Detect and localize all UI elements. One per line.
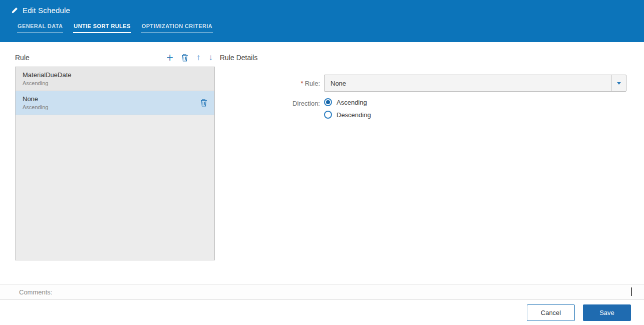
rule-item-direction: Ascending <box>23 104 199 110</box>
rule-dropdown[interactable]: None <box>324 75 626 92</box>
arrow-up-icon: ↑ <box>196 53 201 63</box>
required-asterisk: * <box>301 80 303 87</box>
rule-item-name: MaterialDueDate <box>23 71 208 79</box>
rule-list-item-selected[interactable]: None Ascending <box>16 91 214 115</box>
rule-item-text: None Ascending <box>23 95 199 110</box>
delete-rule-button[interactable] <box>181 54 188 62</box>
page-title: Edit Schedule <box>23 6 70 15</box>
chevron-down-icon <box>617 82 621 85</box>
rule-label: *Rule: <box>220 80 324 87</box>
move-down-button[interactable]: ↓ <box>209 53 213 63</box>
radio-ascending-circle <box>324 98 332 106</box>
footer-bar: Cancel Save <box>0 299 644 325</box>
direction-radio-group: Ascending Descending <box>324 98 371 119</box>
rule-list-item[interactable]: MaterialDueDate Ascending <box>16 67 214 91</box>
chevron-up-icon <box>631 287 632 296</box>
main-content: Rule + ↑ <box>0 42 644 284</box>
title-row: Edit Schedule <box>11 6 644 15</box>
rule-item-direction: Ascending <box>23 80 208 86</box>
rule-label-text: Rule: <box>305 80 320 87</box>
comments-collapse-button[interactable] <box>629 286 634 298</box>
arrow-down-icon: ↓ <box>209 53 213 63</box>
rule-details-panel: Rule Details *Rule: None Direction: <box>220 52 631 125</box>
radio-ascending[interactable]: Ascending <box>324 98 371 106</box>
save-button[interactable]: Save <box>583 304 631 321</box>
cancel-button[interactable]: Cancel <box>527 304 575 321</box>
rule-list: MaterialDueDate Ascending None Ascending <box>15 67 215 260</box>
radio-descending[interactable]: Descending <box>324 111 371 119</box>
item-delete-button[interactable] <box>199 99 208 107</box>
rule-details-form: *Rule: None Direction: Ascending <box>220 75 631 119</box>
radio-descending-label: Descending <box>337 111 371 119</box>
tab-bar: GENERAL DATA UNTIE SORT RULES OPTIMIZATI… <box>17 23 644 33</box>
direction-row: Direction: Ascending Descending <box>220 98 631 119</box>
radio-descending-circle <box>324 111 332 119</box>
rule-details-title: Rule Details <box>220 52 631 64</box>
radio-ascending-label: Ascending <box>337 99 367 106</box>
add-rule-button[interactable]: + <box>167 53 173 63</box>
move-up-button[interactable]: ↑ <box>196 53 201 63</box>
rule-list-toolbar: + ↑ ↓ <box>167 53 215 63</box>
comments-label: Comments: <box>19 288 52 296</box>
tab-untie-sort-rules[interactable]: UNTIE SORT RULES <box>73 23 131 33</box>
rule-item-name: None <box>23 95 199 103</box>
tab-optimization-criteria[interactable]: OPTIMIZATION CRITERIA <box>141 23 213 33</box>
rule-list-panel: Rule + ↑ <box>15 52 215 260</box>
direction-label: Direction: <box>220 98 324 107</box>
rule-list-header: Rule + ↑ <box>15 52 215 64</box>
rule-list-title: Rule <box>15 54 30 62</box>
trash-icon <box>200 99 207 107</box>
rule-item-text: MaterialDueDate Ascending <box>23 71 208 86</box>
rule-row: *Rule: None <box>220 75 631 92</box>
rule-dropdown-button[interactable] <box>611 75 626 91</box>
edit-pencil-icon <box>11 7 18 14</box>
plus-icon: + <box>167 53 173 63</box>
rule-dropdown-value: None <box>325 75 611 91</box>
trash-icon <box>181 54 188 62</box>
header-bar: Edit Schedule GENERAL DATA UNTIE SORT RU… <box>0 0 644 42</box>
comments-bar: Comments: <box>0 284 644 299</box>
tab-general-data[interactable]: GENERAL DATA <box>17 23 63 33</box>
